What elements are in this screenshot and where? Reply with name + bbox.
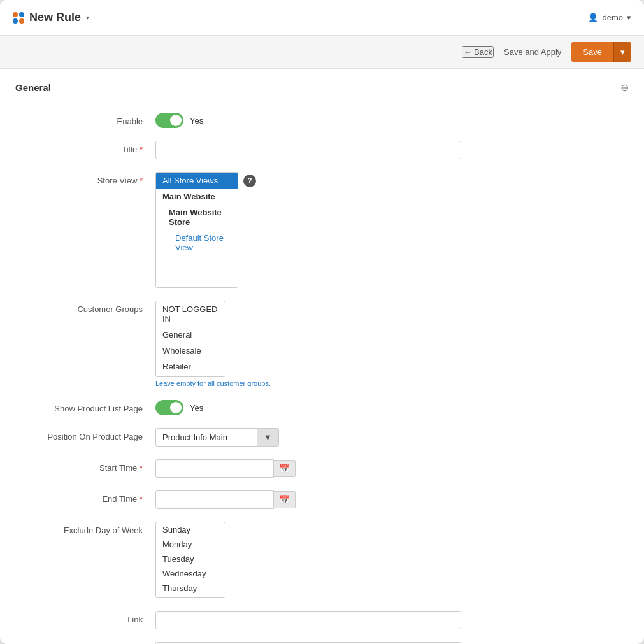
end-time-row: End Time 📅 bbox=[15, 490, 629, 509]
store-view-label: Store View bbox=[15, 172, 155, 185]
store-view-help-icon[interactable]: ? bbox=[243, 175, 256, 187]
link-label: Link bbox=[15, 611, 155, 624]
store-view-control: All Store Views Main Website Main Websit… bbox=[155, 172, 487, 288]
title-input[interactable] bbox=[155, 141, 461, 159]
store-view-option-all[interactable]: All Store Views bbox=[156, 173, 238, 189]
show-product-list-control: Yes bbox=[155, 400, 487, 415]
show-product-list-toggle-wrap: Yes bbox=[155, 400, 487, 415]
position-select[interactable]: Product Info Main bbox=[155, 428, 257, 447]
calendar-icon: 📅 bbox=[279, 464, 290, 473]
enable-toggle-label: Yes bbox=[190, 116, 203, 125]
section-title: General bbox=[15, 82, 51, 93]
position-select-arrow-icon[interactable]: ▼ bbox=[257, 428, 279, 447]
top-bar-left: New Rule ▾ bbox=[13, 11, 89, 24]
show-product-list-toggle[interactable] bbox=[155, 400, 183, 415]
exclude-day-listbox[interactable]: Sunday Monday Tuesday Wednesday Thursday… bbox=[155, 522, 225, 598]
link-control bbox=[155, 611, 487, 629]
start-time-input[interactable] bbox=[155, 459, 274, 478]
day-tuesday[interactable]: Tuesday bbox=[156, 552, 225, 566]
show-product-list-label: Show Product List Page bbox=[15, 400, 155, 413]
main-content: General ⊖ Enable Yes Title bbox=[0, 69, 644, 644]
day-monday[interactable]: Monday bbox=[156, 537, 225, 552]
exclude-day-control: Sunday Monday Tuesday Wednesday Thursday… bbox=[155, 522, 487, 598]
user-dropdown-arrow[interactable]: ▾ bbox=[627, 13, 631, 22]
link-input[interactable] bbox=[155, 611, 461, 629]
end-time-calendar-button[interactable]: 📅 bbox=[274, 491, 296, 508]
logo-dot-3 bbox=[13, 18, 18, 24]
logo-dot-1 bbox=[13, 12, 18, 17]
save-button-group: Save ▾ bbox=[571, 42, 631, 62]
user-name: demo bbox=[602, 13, 623, 22]
end-time-label: End Time bbox=[15, 490, 155, 504]
start-time-input-wrap: 📅 bbox=[155, 459, 245, 478]
store-view-listbox[interactable]: All Store Views Main Website Main Websit… bbox=[155, 172, 238, 288]
customer-groups-label: Customer Groups bbox=[15, 301, 155, 314]
start-time-row: Start Time 📅 bbox=[15, 459, 629, 478]
enable-control: Yes bbox=[155, 113, 487, 128]
customer-groups-hint: Leave empty for all customer groups. bbox=[155, 380, 487, 387]
end-calendar-icon: 📅 bbox=[279, 495, 290, 504]
day-sunday[interactable]: Sunday bbox=[156, 522, 225, 537]
store-view-row: Store View All Store Views Main Website … bbox=[15, 172, 629, 288]
title-control bbox=[155, 141, 487, 159]
page-title: New Rule bbox=[29, 11, 81, 24]
position-label: Position On Product Page bbox=[15, 428, 155, 441]
customer-groups-row: Customer Groups NOT LOGGED IN General Wh… bbox=[15, 301, 629, 387]
save-button[interactable]: Save bbox=[571, 42, 613, 62]
enable-toggle[interactable] bbox=[155, 113, 183, 128]
store-view-option-mws[interactable]: Main Website Store bbox=[156, 204, 238, 230]
save-and-apply-button[interactable]: Save and Apply bbox=[504, 47, 561, 57]
save-dropdown-button[interactable]: ▾ bbox=[613, 42, 631, 62]
top-bar: New Rule ▾ 👤 demo ▾ bbox=[0, 0, 644, 36]
position-row: Position On Product Page Product Info Ma… bbox=[15, 428, 629, 447]
customer-groups-control: NOT LOGGED IN General Wholesale Retailer… bbox=[155, 301, 487, 387]
action-bar: ← Back Save and Apply Save ▾ bbox=[0, 36, 644, 69]
show-product-toggle-slider[interactable] bbox=[155, 400, 183, 415]
day-thursday[interactable]: Thursday bbox=[156, 581, 225, 596]
section-header: General ⊖ bbox=[15, 82, 629, 100]
app-window: New Rule ▾ 👤 demo ▾ ← Back Save and Appl… bbox=[0, 0, 644, 644]
day-friday[interactable]: Friday bbox=[156, 596, 225, 598]
user-info[interactable]: 👤 demo ▾ bbox=[588, 13, 631, 22]
toggle-slider[interactable] bbox=[155, 113, 183, 128]
day-wednesday[interactable]: Wednesday bbox=[156, 566, 225, 581]
enable-toggle-wrap: Yes bbox=[155, 113, 487, 128]
title-label: Title bbox=[15, 141, 155, 154]
title-dropdown-arrow[interactable]: ▾ bbox=[86, 14, 89, 21]
position-select-wrap: Product Info Main ▼ bbox=[155, 428, 487, 447]
exclude-day-row: Exclude Day of Week Sunday Monday Tuesda… bbox=[15, 522, 629, 598]
show-product-list-row: Show Product List Page Yes bbox=[15, 400, 629, 415]
end-time-control: 📅 bbox=[155, 490, 487, 509]
store-view-wrap: All Store Views Main Website Main Websit… bbox=[155, 172, 487, 288]
enable-row: Enable Yes bbox=[15, 113, 629, 128]
back-button[interactable]: ← Back bbox=[462, 46, 494, 58]
store-view-option-dsv[interactable]: Default Store View bbox=[156, 230, 238, 255]
position-control: Product Info Main ▼ bbox=[155, 428, 487, 447]
user-avatar-icon: 👤 bbox=[588, 13, 598, 22]
exclude-day-label: Exclude Day of Week bbox=[15, 522, 155, 535]
end-time-input-wrap: 📅 bbox=[155, 490, 245, 509]
customer-group-0[interactable]: NOT LOGGED IN bbox=[156, 301, 225, 327]
show-product-list-value: Yes bbox=[190, 403, 203, 413]
link-row: Link bbox=[15, 611, 629, 629]
start-time-label: Start Time bbox=[15, 459, 155, 473]
customer-group-2[interactable]: Wholesale bbox=[156, 343, 225, 359]
customer-groups-listbox[interactable]: NOT LOGGED IN General Wholesale Retailer bbox=[155, 301, 225, 377]
customer-group-3[interactable]: Retailer bbox=[156, 359, 225, 375]
store-view-option-mw[interactable]: Main Website bbox=[156, 189, 238, 204]
start-time-calendar-button[interactable]: 📅 bbox=[274, 460, 296, 477]
title-row: Title bbox=[15, 141, 629, 159]
enable-label: Enable bbox=[15, 113, 155, 126]
collapse-icon[interactable]: ⊖ bbox=[620, 82, 629, 94]
start-time-control: 📅 bbox=[155, 459, 487, 478]
end-time-input[interactable] bbox=[155, 490, 274, 509]
customer-group-1[interactable]: General bbox=[156, 327, 225, 343]
logo-dot-2 bbox=[19, 12, 24, 17]
logo-dot-4 bbox=[19, 18, 24, 24]
logo-icon bbox=[13, 12, 24, 24]
